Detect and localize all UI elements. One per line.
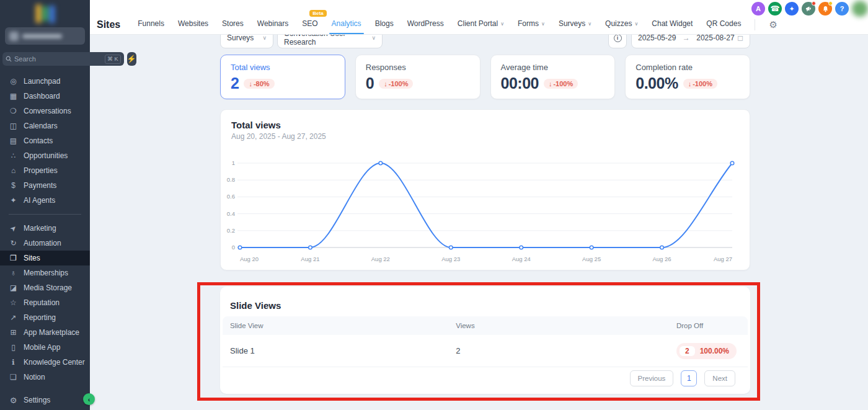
sidebar-item-label: Mobile App	[24, 343, 60, 352]
sidebar-item[interactable]: ➤ Marketing	[0, 221, 90, 236]
account-switcher[interactable]	[5, 27, 85, 45]
sidebar-item-settings[interactable]: ⚙ Settings	[0, 393, 90, 408]
down-arrow-icon: ↓	[384, 80, 388, 87]
cell-views: 2	[448, 346, 669, 355]
sidebar-item-label: Properties	[24, 166, 58, 175]
ai-assistant-button[interactable]: ✦	[785, 2, 799, 16]
sidebar-item-label: Dashboard	[24, 92, 60, 100]
nav-tabs: Funnels Websites Stores Webin	[138, 19, 741, 30]
nav-tab[interactable]: Chat Widget	[652, 19, 693, 30]
search-input[interactable]	[14, 55, 102, 63]
sidebar-item[interactable]: ▯ Mobile App	[0, 340, 90, 355]
column-header-drop-off: Drop Off	[669, 322, 748, 329]
stat-value: 0	[366, 74, 374, 92]
nav-tab[interactable]: Client Portal ∨	[458, 19, 504, 30]
sidebar-item[interactable]: $ Payments	[0, 178, 90, 193]
nav-tab[interactable]: Blogs	[375, 19, 394, 30]
sidebar-collapse-button[interactable]: ‹	[83, 393, 95, 405]
sidebar-item[interactable]: ❐ Sites	[0, 251, 90, 265]
table-body: Slide 1 2 2 100.00%	[223, 335, 748, 367]
stat-card[interactable]: Total views 2 ↓-80%	[220, 55, 345, 99]
sidebar-item[interactable]: ✦ AI Agents	[0, 193, 90, 208]
stat-value: 00:00	[501, 74, 539, 92]
sidebar-item[interactable]: ◎ Launchpad	[0, 74, 90, 89]
nav-tab[interactable]: Quizzes ∨	[605, 19, 638, 30]
sidebar-item-label: Contacts	[24, 136, 53, 145]
chevron-left-icon: ‹	[88, 396, 91, 403]
help-button[interactable]: ?	[835, 2, 849, 16]
drop-off-badge: 2 100.00%	[676, 343, 737, 359]
sidebar-item[interactable]: ◫ Calendars	[0, 118, 90, 133]
previous-page-button[interactable]: Previous	[630, 370, 674, 386]
svg-text:0.8: 0.8	[227, 176, 235, 183]
phone-button[interactable]: ☎	[768, 2, 782, 16]
svg-text:1: 1	[232, 159, 235, 166]
sidebar-item-label: Reputation	[24, 298, 60, 307]
info-icon: i	[614, 34, 622, 42]
table-row: Slide 1 2 2 100.00%	[223, 335, 748, 367]
sidebar-item-label: Reporting	[24, 313, 56, 322]
next-page-button[interactable]: Next	[704, 370, 735, 386]
translate-button[interactable]: A	[751, 2, 765, 16]
nav-tab[interactable]: WordPress	[407, 19, 444, 30]
stat-card[interactable]: Completion rate 0.00% ↓-100%	[625, 55, 750, 99]
slide-views-title: Slide Views	[230, 300, 281, 311]
bolt-icon: ⚡	[127, 55, 136, 63]
site-settings-gear-icon[interactable]: ⚙	[769, 19, 777, 30]
announcements-button[interactable]	[802, 2, 815, 16]
user-avatar[interactable]	[852, 1, 868, 17]
nav-tab[interactable]: Funnels	[138, 19, 164, 30]
current-page-button[interactable]: 1	[681, 370, 697, 386]
chevron-down-icon: ∨	[634, 21, 638, 27]
arrow-right-icon: →	[683, 33, 690, 42]
stat-label: Total views	[231, 63, 335, 72]
knowledge-center-icon: ℹ	[9, 358, 18, 367]
svg-text:Aug 23: Aug 23	[441, 256, 460, 262]
nav-tab[interactable]: Surveys ∨	[559, 19, 591, 30]
nav-tab[interactable]: Webinars	[257, 19, 288, 30]
stat-card[interactable]: Average time 00:00 ↓-100%	[490, 55, 616, 99]
notifications-button[interactable]	[818, 2, 832, 16]
svg-text:Aug 27: Aug 27	[714, 256, 732, 262]
sidebar-search[interactable]: ⌘ K	[2, 52, 124, 66]
chevron-down-icon: ∨	[262, 35, 267, 41]
sidebar-item[interactable]: ∴ Opportunities	[0, 148, 90, 163]
nav-tab[interactable]: QR Codes	[706, 19, 741, 30]
marketing-icon: ➤	[7, 222, 20, 235]
sidebar-item[interactable]: ☆ Reputation	[0, 295, 90, 310]
sidebar-item[interactable]: ❍ Conversations	[0, 104, 90, 118]
opportunities-icon: ∴	[9, 151, 18, 160]
sidebar-item-label: Opportunities	[24, 151, 68, 160]
chevron-down-icon: ∨	[500, 21, 504, 27]
sidebar-item[interactable]: ⊞ App Marketplace	[0, 325, 90, 340]
nav-tab[interactable]: Websites	[178, 19, 208, 30]
sidebar-item[interactable]: ↻ Automation	[0, 236, 90, 251]
nav-tab[interactable]: SEO Beta	[302, 19, 317, 30]
delta-badge: ↓-100%	[544, 79, 578, 89]
nav-tab[interactable]: Stores	[222, 19, 244, 30]
analytics-content: Surveys ∨ Conversation User Research ∨ i…	[90, 0, 868, 410]
notification-dot	[812, 1, 816, 6]
sidebar-item[interactable]: ▦ Dashboard	[0, 89, 90, 104]
ai-agents-icon: ✦	[9, 196, 18, 205]
mobile-app-icon: ▯	[9, 343, 18, 352]
sidebar-item[interactable]: ℹ Knowledge Center	[0, 355, 90, 370]
megaphone-icon	[805, 6, 812, 12]
quick-actions-button[interactable]: ⚡	[127, 52, 136, 66]
stat-label: Average time	[501, 63, 605, 72]
sidebar-item[interactable]: ▤ Contacts	[0, 133, 90, 148]
stat-card[interactable]: Responses 0 ↓-100%	[355, 55, 480, 99]
sidebar-item[interactable]: ⌂ Properties	[0, 163, 90, 178]
svg-text:Aug 20: Aug 20	[240, 256, 259, 262]
chevron-down-icon: ∨	[541, 21, 545, 27]
nav-tab[interactable]: Forms ∨	[518, 19, 545, 30]
nav-tab[interactable]: Analytics	[332, 19, 361, 30]
logo-icon	[36, 3, 55, 23]
sidebar-nav-secondary: ➤ Marketing ↻ Automation ❐ Sites ♁ Membe…	[0, 221, 90, 385]
sidebar-item-label: Launchpad	[24, 77, 60, 86]
sidebar-item[interactable]: ❏ Notion	[0, 370, 90, 385]
sidebar-item[interactable]: ◪ Media Storage	[0, 280, 90, 295]
column-header-views: Views	[448, 322, 669, 329]
sidebar-item[interactable]: ♁ Memberships	[0, 265, 90, 280]
sidebar-item[interactable]: ↗ Reporting	[0, 310, 90, 325]
